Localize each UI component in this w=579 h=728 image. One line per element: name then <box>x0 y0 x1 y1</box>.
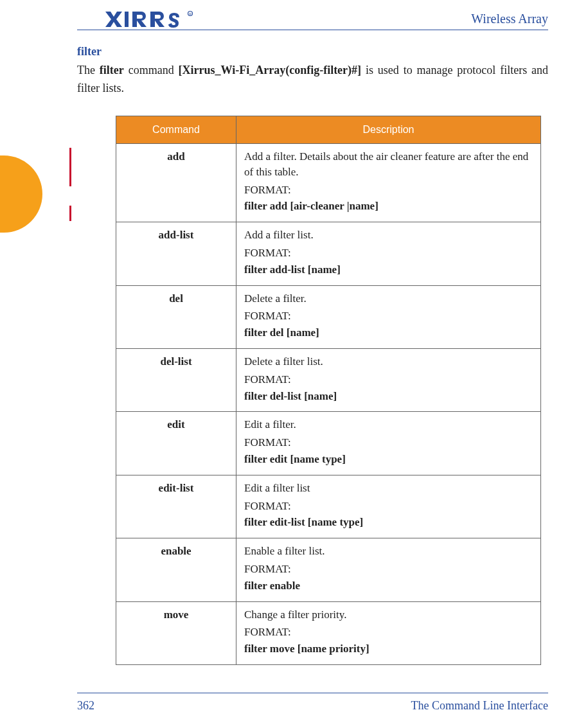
command-cell: enable <box>116 538 236 601</box>
table-row: enableEnable a filter list.FORMAT:filter… <box>116 538 541 601</box>
description-cell: Edit a filter.FORMAT:filter edit [name t… <box>236 412 541 475</box>
column-header-command: Command <box>116 116 236 144</box>
table-row: add-listAdd a filter list.FORMAT:filter … <box>116 222 541 285</box>
table-row: del-listDelete a filter list.FORMAT:filt… <box>116 348 541 411</box>
table-row: delDelete a filter.FORMAT:filter del [na… <box>116 285 541 348</box>
footer-section-title: The Command Line Interface <box>411 699 548 713</box>
command-cell: add-list <box>116 222 236 285</box>
command-cell: move <box>116 601 236 664</box>
svg-text:R: R <box>189 12 192 16</box>
format-label: FORMAT: <box>244 182 533 198</box>
command-cell: edit-list <box>116 475 236 538</box>
format-syntax: filter enable <box>244 578 533 594</box>
page-number: 362 <box>77 699 94 713</box>
format-syntax: filter del [name] <box>244 325 533 341</box>
section-heading: filter <box>77 45 102 58</box>
format-label: FORMAT: <box>244 308 533 324</box>
command-cell: del <box>116 285 236 348</box>
description-cell: Delete a filter.FORMAT:filter del [name] <box>236 285 541 348</box>
description-cell: Change a filter priority.FORMAT:filter m… <box>236 601 541 664</box>
change-bar <box>69 206 71 221</box>
description-cell: Add a filter. Details about the air clea… <box>236 144 541 222</box>
description-text: Enable a filter list. <box>244 544 533 559</box>
format-label: FORMAT: <box>244 562 533 577</box>
command-table: Command Description addAdd a filter. Det… <box>116 116 541 665</box>
command-cell: edit <box>116 412 236 475</box>
intro-text: command <box>124 64 179 76</box>
description-text: Add a filter list. <box>244 227 533 243</box>
xirrus-logo: R <box>105 10 195 28</box>
table-row: edit-listEdit a filter listFORMAT:filter… <box>116 475 541 538</box>
description-text: Edit a filter. <box>244 417 533 432</box>
description-text: Change a filter priority. <box>244 607 533 623</box>
table-row: editEdit a filter.FORMAT:filter edit [na… <box>116 412 541 475</box>
description-cell: Delete a filter list.FORMAT:filter del-l… <box>236 348 541 411</box>
column-header-description: Description <box>236 116 541 144</box>
intro-bold-2: [Xirrus_Wi-Fi_Array(config-filter)#] <box>179 64 362 76</box>
header-rule <box>77 30 548 30</box>
description-text: Delete a filter. <box>244 291 533 306</box>
format-syntax: filter edit-list [name type] <box>244 515 533 530</box>
description-text: Edit a filter list <box>244 481 533 496</box>
format-label: FORMAT: <box>244 499 533 514</box>
table-row: moveChange a filter priority.FORMAT:filt… <box>116 601 541 664</box>
intro-paragraph: The filter command [Xirrus_Wi-Fi_Array(c… <box>77 62 548 98</box>
footer-rule <box>77 693 548 693</box>
format-syntax: filter move [name priority] <box>244 641 533 657</box>
format-label: FORMAT: <box>244 372 533 387</box>
table-row: addAdd a filter. Details about the air c… <box>116 144 541 222</box>
change-bar <box>69 148 71 186</box>
command-cell: add <box>116 144 236 222</box>
format-syntax: filter edit [name type] <box>244 452 533 467</box>
description-cell: Edit a filter listFORMAT:filter edit-lis… <box>236 475 541 538</box>
description-cell: Add a filter list.FORMAT:filter add-list… <box>236 222 541 285</box>
header-doc-title: Wireless Array <box>471 12 548 26</box>
intro-bold-1: filter <box>100 64 124 76</box>
format-label: FORMAT: <box>244 435 533 450</box>
format-label: FORMAT: <box>244 625 533 640</box>
description-cell: Enable a filter list.FORMAT:filter enabl… <box>236 538 541 601</box>
description-text: Delete a filter list. <box>244 354 533 369</box>
side-tab-marker <box>0 155 42 233</box>
format-syntax: filter add-list [name] <box>244 262 533 278</box>
format-syntax: filter del-list [name] <box>244 389 533 404</box>
svg-rect-1 <box>125 12 129 27</box>
format-label: FORMAT: <box>244 245 533 261</box>
description-text: Add a filter. Details about the air clea… <box>244 149 533 180</box>
command-cell: del-list <box>116 348 236 411</box>
format-syntax: filter add [air-cleaner |name] <box>244 199 533 214</box>
svg-marker-0 <box>105 12 122 27</box>
intro-text: The <box>77 64 100 76</box>
